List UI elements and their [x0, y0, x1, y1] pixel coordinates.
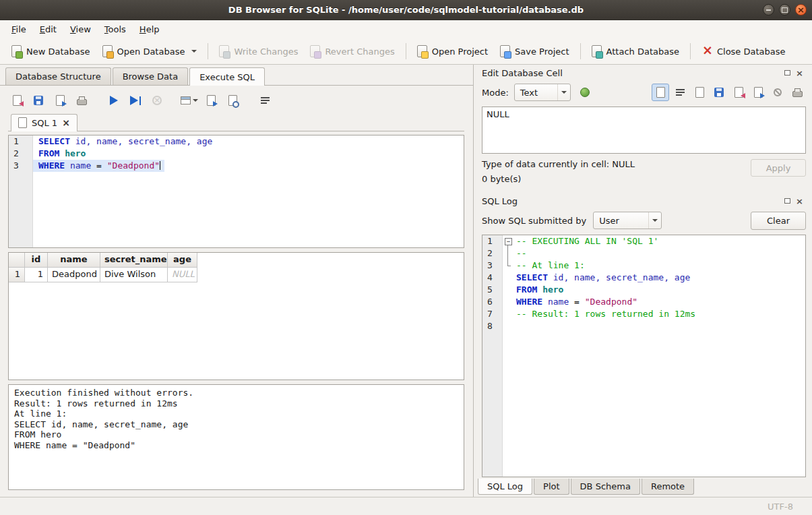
new-database-button[interactable]: New Database: [5, 42, 96, 61]
edit-cell-header: Edit Database Cell: [477, 65, 806, 81]
menu-help[interactable]: Help: [133, 22, 166, 37]
line-number: 4: [482, 272, 503, 284]
mode-select[interactable]: Text: [514, 84, 571, 101]
log-filter-select[interactable]: User: [593, 212, 662, 229]
cell-editor[interactable]: NULL: [482, 107, 806, 154]
word-wrap-button[interactable]: [256, 92, 274, 109]
tab-execute-sql[interactable]: Execute SQL: [189, 67, 265, 86]
results-cell[interactable]: Dive Wilson: [100, 268, 168, 282]
dock-tab-db-schema[interactable]: DB Schema: [571, 479, 640, 495]
export-results-button[interactable]: [202, 92, 220, 109]
write-changes-button[interactable]: Write Changes: [213, 42, 304, 61]
fold-marker: [503, 296, 513, 308]
dock-tab-plot[interactable]: Plot: [534, 479, 569, 495]
clear-label: Clear: [767, 216, 790, 226]
menu-file[interactable]: File: [5, 22, 33, 37]
close-button[interactable]: [795, 4, 807, 16]
menu-tools[interactable]: Tools: [98, 22, 133, 37]
cell-edit-icons: [652, 84, 806, 101]
tab-browse-data[interactable]: Browse Data: [113, 67, 189, 85]
execute-line-button[interactable]: [127, 92, 144, 109]
dock-tab-remote[interactable]: Remote: [642, 479, 694, 495]
import-cell-button[interactable]: [730, 84, 747, 101]
attach-database-button[interactable]: Attach Database: [586, 42, 685, 61]
open-database-icon: [102, 45, 113, 57]
results-cell[interactable]: 1: [25, 268, 48, 282]
text-view-button[interactable]: [652, 84, 669, 101]
undock-panel-icon[interactable]: [784, 70, 790, 75]
execution-message-box[interactable]: Execution finished without errors.Result…: [8, 384, 464, 490]
sql-editor-line[interactable]: 2FROM hero: [9, 148, 464, 160]
stop-execution-button[interactable]: [148, 92, 166, 109]
results-cell[interactable]: Deadpond: [48, 268, 100, 282]
open-database-button[interactable]: Open Database: [96, 42, 204, 61]
open-project-button[interactable]: Open Project: [411, 42, 494, 61]
tab-database-structure[interactable]: Database Structure: [5, 67, 111, 85]
message-line: WHERE name = "Deadpond": [14, 440, 458, 451]
code-text: WHERE name = "Deadpond": [513, 296, 642, 308]
close-tab-icon[interactable]: ×: [62, 119, 70, 127]
print-sql-button[interactable]: [73, 92, 90, 109]
sql-log-view[interactable]: 1-- EXECUTING ALL IN 'SQL 1'2--3-- At li…: [482, 235, 806, 477]
results-column-header[interactable]: secret_name: [100, 253, 168, 268]
export-cell-button[interactable]: [749, 84, 767, 101]
sql-editor-line[interactable]: 1SELECT id, name, secret_name, age: [9, 135, 464, 148]
chevron-down-icon[interactable]: [191, 50, 197, 53]
copy-icon: [695, 87, 704, 98]
sql-tab[interactable]: SQL 1 ×: [11, 114, 77, 131]
attach-database-icon: [592, 45, 602, 57]
revert-changes-button[interactable]: Revert Changes: [304, 42, 400, 61]
minimize-button[interactable]: [763, 4, 774, 16]
encoding-indicator[interactable]: UTF-8: [768, 502, 793, 512]
line-number: 5: [482, 284, 503, 296]
close-database-button[interactable]: Close Database: [695, 42, 792, 60]
fold-toggle-icon[interactable]: [503, 235, 513, 247]
results-column-header[interactable]: age: [168, 253, 197, 268]
open-database-label: Open Database: [117, 47, 185, 57]
attach-database-label: Attach Database: [606, 47, 679, 57]
revert-changes-icon: [310, 45, 320, 57]
set-null-button[interactable]: [769, 84, 786, 101]
save-cell-button[interactable]: [710, 84, 728, 101]
log-filter-label: Show SQL submitted by: [482, 216, 586, 226]
maximize-button[interactable]: [779, 4, 790, 16]
apply-format-button[interactable]: [576, 84, 594, 101]
results-column-header[interactable]: id: [25, 253, 48, 268]
sql-editor-line[interactable]: 3WHERE name = "Deadpond": [9, 160, 464, 172]
new-sql-tab-button[interactable]: [181, 92, 198, 109]
results-grid[interactable]: idnamesecret_nameage11DeadpondDive Wilso…: [8, 252, 464, 380]
word-wrap-cell-button[interactable]: [671, 84, 689, 101]
menu-view[interactable]: View: [63, 22, 98, 37]
save-sql-file-as-button[interactable]: [51, 92, 69, 109]
results-corner-header[interactable]: [9, 253, 25, 268]
execute-all-button[interactable]: [105, 92, 123, 109]
save-project-button[interactable]: Save Project: [494, 42, 575, 61]
close-panel-icon[interactable]: [796, 196, 803, 206]
cell-info-row: Type of data currently in cell: NULL 0 b…: [477, 154, 806, 193]
clear-log-button[interactable]: Clear: [751, 212, 806, 230]
save-icon: [714, 88, 724, 97]
save-sql-file-button[interactable]: [30, 92, 47, 109]
sql-toolbar: [8, 90, 464, 111]
results-row-header[interactable]: 1: [9, 268, 25, 282]
sql-log-line: 7-- Result: 1 rows returned in 12ms: [482, 308, 805, 320]
sql-editor[interactable]: 1SELECT id, name, secret_name, age2FROM …: [8, 135, 464, 248]
revert-changes-label: Revert Changes: [325, 47, 394, 57]
print-cell-button[interactable]: [788, 84, 806, 101]
open-sql-file-button[interactable]: [8, 92, 26, 109]
dock-tab-sql-log[interactable]: SQL Log: [478, 479, 532, 495]
execute-line-icon: [130, 96, 141, 105]
find-replace-button[interactable]: [224, 92, 241, 109]
dock-tab-bar: SQL Log Plot DB Schema Remote: [477, 477, 806, 497]
titlebar[interactable]: DB Browser for SQLite - /home/user/code/…: [0, 0, 812, 20]
apply-button[interactable]: Apply: [751, 159, 806, 177]
undock-panel-icon[interactable]: [784, 198, 790, 204]
fold-marker: [503, 272, 513, 284]
results-cell[interactable]: NULL: [168, 268, 197, 282]
results-column-header[interactable]: name: [48, 253, 100, 268]
copy-cell-button[interactable]: [691, 84, 708, 101]
line-number: 3: [9, 160, 33, 172]
menu-edit[interactable]: Edit: [33, 22, 63, 37]
open-project-icon: [417, 45, 427, 57]
close-panel-icon[interactable]: [796, 68, 803, 78]
